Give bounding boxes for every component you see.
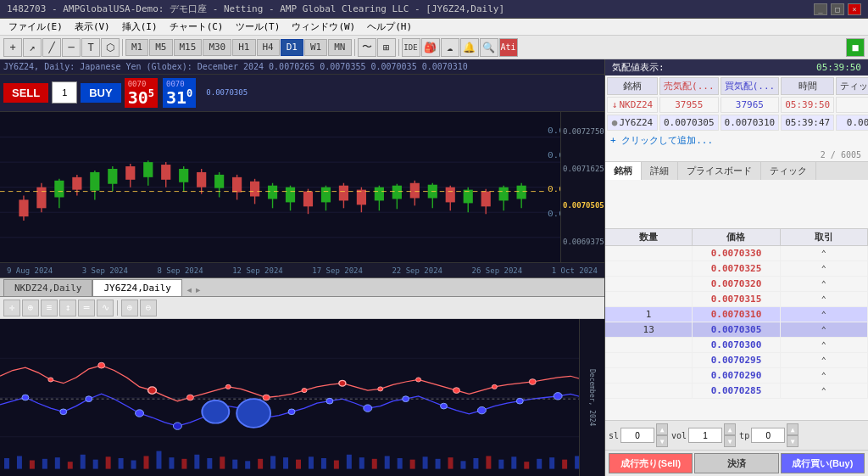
toolbar-arrow[interactable]: ↗ xyxy=(23,38,42,57)
tab-prev[interactable]: ◂ xyxy=(186,283,192,296)
tp-down[interactable]: ▼ xyxy=(787,435,798,447)
tf-h1[interactable]: H1 xyxy=(232,39,255,56)
toolbar-green[interactable]: ■ xyxy=(846,38,865,57)
vol-input[interactable] xyxy=(688,428,722,443)
svg-rect-110 xyxy=(119,458,124,469)
toolbar-shapes[interactable]: ⬡ xyxy=(101,38,120,57)
lower-line[interactable]: ═ xyxy=(78,300,95,316)
maximize-button[interactable]: □ xyxy=(831,3,844,15)
minimize-button[interactable]: _ xyxy=(814,3,827,15)
ob-row-5[interactable]: 13 0.0070305 ⌃ xyxy=(605,322,868,338)
toolbar-bag[interactable]: 🎒 xyxy=(421,38,440,57)
toolbar-bell[interactable]: 🔔 xyxy=(460,38,479,57)
tp-input[interactable] xyxy=(751,428,785,443)
svg-rect-44 xyxy=(321,187,331,202)
lower-zoom[interactable]: ⊕ xyxy=(22,300,39,316)
toolbar-line[interactable]: ╱ xyxy=(42,38,61,57)
wl-tab-symbol[interactable]: 銘柄 xyxy=(605,162,642,180)
toolbar-cloud[interactable]: ☁ xyxy=(441,38,459,57)
sell-price-box: 0070 305 xyxy=(125,78,158,108)
wl-tab-priceboard[interactable]: プライスボード xyxy=(678,162,761,180)
ob-row-1[interactable]: 0.0070325 ⌃ xyxy=(605,261,868,277)
tf-w1[interactable]: W1 xyxy=(304,39,327,56)
wl-tab-tick[interactable]: ティック xyxy=(761,162,816,180)
tf-h4[interactable]: H4 xyxy=(257,39,280,56)
vol-down[interactable]: ▼ xyxy=(724,435,736,447)
settle-button[interactable]: 決済 xyxy=(694,453,778,473)
ob-price-4: 0.0070310 xyxy=(693,307,780,322)
menu-tools[interactable]: ツール(T) xyxy=(231,20,286,34)
svg-rect-115 xyxy=(181,459,186,469)
tf-m30[interactable]: M30 xyxy=(203,39,231,56)
quantity-input[interactable] xyxy=(52,81,77,104)
svg-rect-104 xyxy=(42,459,47,469)
toolbar-ide[interactable]: IDE xyxy=(402,38,420,57)
ob-row-9[interactable]: 0.0070285 ⌃ xyxy=(605,384,868,399)
tf-m5[interactable]: M5 xyxy=(149,39,172,56)
ob-trade-9: ⌃ xyxy=(781,384,868,398)
sell-action-button[interactable]: 成行売り(Sell) xyxy=(609,453,693,473)
lower-zoomout[interactable]: ⊖ xyxy=(140,300,157,316)
tf-mn[interactable]: MN xyxy=(328,39,351,56)
candle-chart[interactable]: 0.0072750 0.0071625 0.0070500 0.0069375 xyxy=(0,112,604,262)
toolbar-search[interactable]: 🔍 xyxy=(480,38,498,57)
watchlist-add[interactable]: + クリックして追加... xyxy=(605,132,868,148)
menu-file[interactable]: ファイル(E) xyxy=(3,20,68,34)
lower-zoomin[interactable]: ⊕ xyxy=(121,300,138,316)
ob-row-3[interactable]: 0.0070315 ⌃ xyxy=(605,292,868,307)
buy-button[interactable]: BUY xyxy=(81,83,120,103)
menu-chart[interactable]: チャート(C) xyxy=(164,20,229,34)
tf-m15[interactable]: M15 xyxy=(174,39,203,56)
lower-hist[interactable]: ≡ xyxy=(41,300,58,316)
tf-m1[interactable]: M1 xyxy=(125,39,148,56)
svg-point-91 xyxy=(186,395,193,400)
lower-wave[interactable]: ∿ xyxy=(97,300,114,316)
tab-next[interactable]: ▸ xyxy=(194,283,201,296)
lower-cursor[interactable]: ✛ xyxy=(3,300,20,316)
ob-row-7[interactable]: 0.0070295 ⌃ xyxy=(605,353,868,368)
tab-nkdz24[interactable]: NKDZ24,Daily xyxy=(3,279,92,296)
svg-rect-16 xyxy=(72,177,81,190)
svg-rect-58 xyxy=(446,187,455,202)
tp-up[interactable]: ▲ xyxy=(787,423,798,435)
toolbar-text[interactable]: T xyxy=(81,38,100,57)
main-area: JY6Z24, Daily: Japanese Yen (Globex): De… xyxy=(0,59,868,476)
sl-input[interactable] xyxy=(620,428,654,443)
sl-up[interactable]: ▲ xyxy=(656,423,668,435)
sell-price-main: 305 xyxy=(128,88,154,106)
svg-rect-128 xyxy=(347,455,352,469)
tab-jy6z24[interactable]: JY6Z24,Daily xyxy=(92,279,181,296)
toolbar-user[interactable]: Ati xyxy=(499,38,518,57)
menu-help[interactable]: ヘルプ(H) xyxy=(362,20,417,34)
vol-up[interactable]: ▲ xyxy=(724,423,736,435)
svg-rect-52 xyxy=(392,185,402,199)
toolbar-waveline[interactable]: 〜 xyxy=(358,38,376,57)
svg-rect-132 xyxy=(398,458,403,469)
svg-rect-126 xyxy=(321,458,326,469)
sl-down[interactable]: ▼ xyxy=(656,435,668,447)
ob-row-0[interactable]: 0.0070330 ⌃ xyxy=(605,246,868,261)
jy-bid: 0.0070310 xyxy=(721,115,780,131)
toolbar-grid[interactable]: ⊞ xyxy=(377,38,396,57)
buy-action-button[interactable]: 成行買い(Buy) xyxy=(781,453,865,473)
ob-row-6[interactable]: 0.0070300 ⌃ xyxy=(605,338,868,353)
lower-vol[interactable]: ↕ xyxy=(59,300,76,316)
close-button[interactable]: × xyxy=(848,3,861,15)
toolbar-new[interactable]: + xyxy=(3,38,22,57)
lower-chart[interactable]: December Japanese Yen December, 2024 xyxy=(0,319,604,476)
price-axis-2: 0.0071625 xyxy=(563,165,603,173)
ob-price-7: 0.0070295 xyxy=(693,353,780,367)
tf-d1[interactable]: D1 xyxy=(281,39,303,56)
ob-row-4[interactable]: 1 0.0070310 ⌃ xyxy=(605,307,868,322)
toolbar-hline[interactable]: ─ xyxy=(62,38,81,57)
ob-row-8[interactable]: 0.0070290 ⌃ xyxy=(605,368,868,384)
ob-row-2[interactable]: 0.0070320 ⌃ xyxy=(605,277,868,292)
wl-tab-detail[interactable]: 詳細 xyxy=(642,162,678,180)
menu-view[interactable]: 表示(V) xyxy=(70,20,115,34)
menu-insert[interactable]: 挿入(I) xyxy=(117,20,163,34)
buy-price-sup: 0 xyxy=(186,87,192,99)
sell-button[interactable]: SELL xyxy=(3,83,48,103)
watchlist-row-nk[interactable]: ↓NKDZ24 37955 37965 05:39:50 5 10 xyxy=(607,97,868,113)
menu-window[interactable]: ウィンドウ(W) xyxy=(287,20,360,34)
watchlist-row-jy[interactable]: ●JY6Z24 0.0070305 0.0070310 05:39:47 0.0… xyxy=(607,115,868,131)
